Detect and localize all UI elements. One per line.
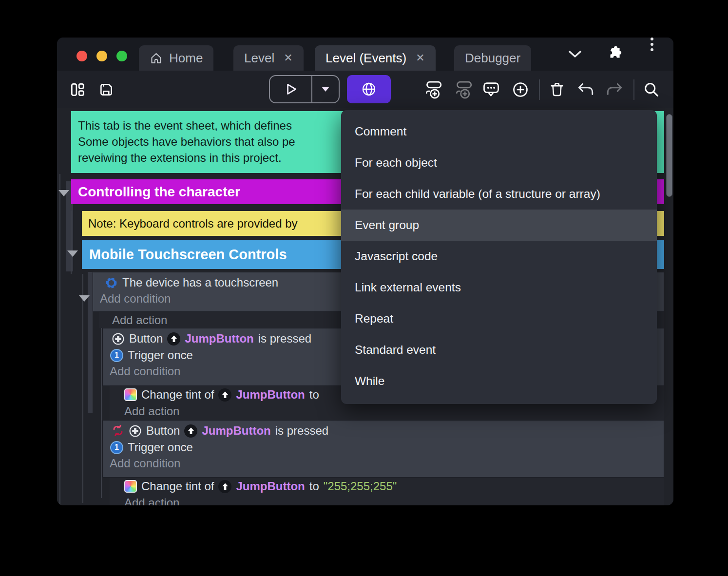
tab-level-events[interactable]: Level (Events) ✕ — [315, 45, 436, 71]
toolbar — [57, 71, 673, 108]
toolbar-divider — [539, 79, 540, 100]
actions-block[interactable]: Change tint of JumpButton to "255;255;25… — [110, 478, 664, 505]
add-condition-button[interactable]: Add condition — [110, 457, 664, 470]
add-subevent-button[interactable] — [453, 80, 473, 99]
menu-item-comment[interactable]: Comment — [341, 116, 657, 147]
condition-row[interactable]: 1 Trigger once — [110, 441, 664, 454]
menu-item-for-each-child-variable[interactable]: For each child variable (of a structure … — [341, 178, 657, 210]
add-condition-label: Add condition — [100, 292, 171, 306]
collapse-event-icon[interactable] — [79, 295, 90, 302]
minimize-window-button[interactable] — [96, 51, 107, 61]
preview-button-group — [269, 75, 340, 103]
condition-row[interactable]: Button JumpButton is pressed — [112, 424, 664, 438]
menu-item-javascript-code[interactable]: Javascript code — [341, 241, 657, 272]
tab-home[interactable]: Home — [139, 45, 213, 71]
delete-button[interactable] — [548, 81, 566, 98]
collapse-group-icon[interactable] — [67, 250, 78, 257]
object-name: JumpButton — [236, 388, 305, 402]
undo-button[interactable] — [576, 82, 595, 97]
menu-item-event-group[interactable]: Event group — [341, 210, 657, 241]
save-button[interactable] — [98, 81, 115, 98]
add-event-button[interactable] — [423, 80, 442, 99]
close-tab-icon[interactable]: ✕ — [416, 52, 424, 64]
indent-guide — [71, 211, 72, 274]
kebab-dot — [651, 38, 653, 40]
add-event-context-menu: Comment For each object For each child v… — [341, 110, 657, 404]
condition-text: Trigger once — [128, 348, 193, 362]
add-comment-button[interactable] — [482, 81, 500, 98]
play-preview-button[interactable] — [270, 82, 311, 96]
arrow-up-icon — [222, 391, 229, 399]
add-action-label: Add action — [124, 496, 179, 505]
action-text: Change tint of — [141, 480, 214, 493]
vertical-scrollbar-thumb[interactable] — [666, 114, 672, 197]
window-menu-button[interactable] — [651, 38, 653, 71]
add-action-button[interactable]: Add action — [124, 404, 664, 418]
menu-item-link-external-events[interactable]: Link external events — [341, 272, 657, 303]
add-action-button[interactable]: Add action — [124, 496, 664, 505]
kebab-dot — [651, 48, 653, 51]
condition-text: is pressed — [275, 424, 328, 438]
app-window: Home Level ✕ Level (Events) ✕ Debugger — [57, 38, 673, 505]
undo-icon — [576, 82, 595, 97]
add-condition-label: Add condition — [110, 365, 180, 378]
condition-text: Trigger once — [128, 441, 193, 454]
search-icon — [643, 81, 660, 98]
add-action-label: Add action — [124, 404, 179, 418]
collapse-group-icon[interactable] — [58, 190, 69, 196]
plus-circle-icon — [512, 81, 529, 98]
tab-level[interactable]: Level ✕ — [233, 45, 304, 71]
add-something-button[interactable] — [512, 81, 529, 98]
arrow-up-icon — [171, 335, 177, 343]
arrow-up-icon — [222, 483, 229, 490]
extensions-button[interactable] — [606, 38, 623, 71]
close-tab-icon[interactable]: ✕ — [284, 52, 292, 64]
object-name: JumpButton — [202, 424, 270, 438]
object-arrow-badge — [167, 332, 180, 346]
menu-item-while[interactable]: While — [341, 365, 657, 397]
tab-debugger[interactable]: Debugger — [454, 45, 531, 71]
menu-item-standard-event[interactable]: Standard event — [341, 334, 657, 365]
group-title: Mobile Touchscreen Controls — [89, 247, 287, 263]
search-events-button[interactable] — [643, 81, 660, 98]
object-arrow-badge — [218, 388, 231, 402]
titlebar: Home Level ✕ Level (Events) ✕ Debugger — [57, 38, 673, 71]
action-string-value: "255;255;255" — [324, 480, 397, 493]
close-window-button[interactable] — [77, 51, 87, 61]
maximize-window-button[interactable] — [116, 51, 127, 61]
add-condition-label: Add condition — [110, 457, 180, 470]
comment-bubble-icon — [482, 81, 500, 98]
add-action-label: Add action — [112, 313, 167, 327]
action-text: to — [309, 480, 319, 493]
toggle-panels-button[interactable] — [69, 81, 86, 98]
caret-down-icon — [321, 86, 330, 93]
action-row[interactable]: Change tint of JumpButton to "255;255;25… — [124, 480, 664, 493]
condition-text: Button — [146, 424, 180, 438]
indent-guide — [101, 318, 102, 498]
object-name: JumpButton — [185, 332, 253, 346]
indent-guide — [59, 174, 60, 505]
condition-text: The device has a touchscreen — [122, 276, 278, 289]
menu-item-for-each-object[interactable]: For each object — [341, 147, 657, 178]
puzzle-piece-icon — [606, 45, 623, 63]
preview-options-button[interactable] — [312, 86, 339, 93]
condition-text: Button — [129, 332, 163, 346]
panels-icon — [69, 81, 86, 98]
indent-guide — [82, 274, 83, 503]
event-block[interactable]: Button JumpButton is pressed 1 Trigger o… — [102, 420, 664, 478]
globe-icon — [361, 81, 377, 97]
kebab-dot — [651, 43, 653, 46]
open-in-browser-button[interactable] — [347, 75, 391, 103]
play-icon — [284, 82, 298, 96]
redo-button[interactable] — [605, 82, 624, 97]
tab-label: Level (Events) — [326, 51, 406, 66]
chevron-down-icon — [568, 50, 582, 58]
toggle-swap-icon — [112, 424, 124, 438]
add-subevent-icon — [453, 80, 473, 99]
add-event-icon — [423, 80, 442, 99]
system-gear-icon — [105, 276, 118, 289]
gamepad-button-icon — [112, 332, 125, 346]
menu-item-repeat[interactable]: Repeat — [341, 303, 657, 334]
tabs-overflow-button[interactable] — [568, 38, 582, 71]
indent-bar — [88, 272, 93, 413]
